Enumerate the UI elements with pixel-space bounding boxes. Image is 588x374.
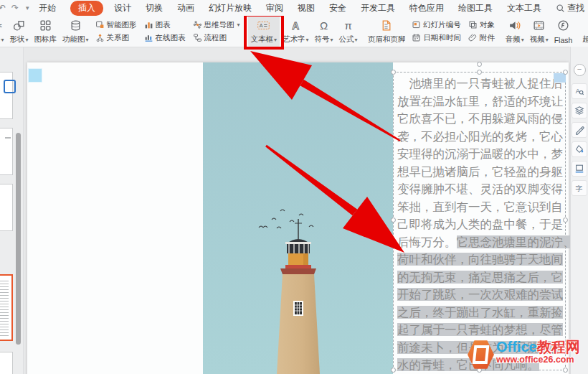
icon-library-button[interactable]: 图标库 bbox=[32, 16, 60, 47]
redo-icon[interactable]: ↷ bbox=[11, 3, 19, 13]
collapse-panel-button[interactable]: − bbox=[574, 64, 586, 76]
dropdown-arrow-icon: ▾ bbox=[1, 37, 4, 43]
button-label: 图标库 bbox=[34, 34, 57, 45]
attachment-button[interactable]: 附件 bbox=[468, 33, 495, 43]
chart-button[interactable]: 图表 bbox=[144, 20, 186, 30]
button-label: 对象 bbox=[480, 20, 495, 30]
slide-thumbnail-2[interactable] bbox=[0, 128, 13, 175]
tab-8[interactable]: 视图 bbox=[298, 2, 315, 14]
object-properties-button[interactable]: A bbox=[572, 83, 587, 99]
slide-number-button[interactable]: 幻灯片编号 bbox=[412, 20, 461, 30]
text-line: 的无拘无束，痛定思痛之后，它 bbox=[397, 268, 565, 286]
resize-handle[interactable] bbox=[563, 70, 568, 75]
tab-4[interactable]: 切换 bbox=[146, 2, 163, 14]
formula-button[interactable]: π公式▾ bbox=[336, 16, 361, 47]
textbox-button[interactable]: A文本框▾ bbox=[248, 16, 280, 47]
function-diagram-button[interactable]: 功能图▾ bbox=[60, 16, 92, 47]
wordart-button[interactable]: A艺术字▾ bbox=[280, 16, 312, 47]
slide-thumbnail-4[interactable] bbox=[0, 274, 13, 341]
tab-10[interactable]: 开发工具 bbox=[361, 2, 395, 14]
symbol-icon: Ω bbox=[320, 19, 328, 32]
screenshot-button[interactable]: ✂屏▾ bbox=[0, 16, 7, 47]
selected-text: 它思念池塘里的泥泞、 bbox=[457, 235, 575, 248]
online-chart-button[interactable]: 在线图表 bbox=[144, 33, 186, 43]
header-footer-icon bbox=[380, 19, 392, 32]
svg-text:A: A bbox=[292, 20, 299, 32]
object-button[interactable]: 对象 bbox=[468, 20, 495, 30]
button-label: 页眉和页脚 bbox=[368, 34, 406, 45]
text-line: 后悔万分。它思念池塘里的泥泞、 bbox=[397, 233, 565, 251]
tab-11[interactable]: 特色应用 bbox=[409, 2, 444, 14]
text-line: 放置在温水缸里，舒适的环境让 bbox=[397, 93, 565, 111]
text-line: 想早已抛诸脑后，它轻盈的身躯 bbox=[397, 163, 565, 181]
tab-3[interactable]: 设计 bbox=[114, 2, 131, 14]
toolbar-stack: 幻灯片编号日期和时间 bbox=[408, 16, 465, 47]
mindmap-button[interactable]: 思维导图▾ bbox=[193, 20, 240, 30]
datetime-button[interactable]: 日期和时间 bbox=[412, 33, 461, 43]
thumbnail-scrollbar[interactable] bbox=[16, 133, 21, 345]
tab-5[interactable]: 动画 bbox=[177, 2, 194, 14]
button-label: 音频▾ bbox=[506, 34, 524, 45]
fill-button[interactable] bbox=[572, 141, 587, 157]
find-button[interactable]: 查找 bbox=[556, 2, 584, 14]
flash-icon bbox=[557, 19, 569, 32]
resize-handle[interactable] bbox=[563, 218, 568, 223]
tab-1[interactable]: 开始 bbox=[39, 2, 56, 14]
hyperlink-button[interactable]: 超链接 bbox=[579, 16, 588, 47]
text-line: 起了属于一只青蛙的梦想，尽管 bbox=[397, 321, 565, 339]
shapes-button[interactable]: 形状▾ bbox=[7, 16, 32, 47]
video-button[interactable]: 视频▾ bbox=[527, 16, 551, 47]
button-label: 视频▾ bbox=[530, 34, 549, 45]
text-box[interactable]: 池塘里的一只青蛙被人捉住后放置在温水缸里，舒适的环境让它欣喜不已，不用躲避风雨的… bbox=[393, 72, 566, 370]
tab-2[interactable]: 插入 bbox=[70, 1, 103, 16]
dropdown-arrow-icon: ▾ bbox=[355, 37, 358, 43]
resize-handle[interactable] bbox=[391, 218, 396, 223]
formula-icon: π bbox=[344, 19, 351, 32]
button-label: 在线图表 bbox=[156, 33, 186, 43]
text-line: 变得臃肿不堪、灵活的双脚变得 bbox=[397, 180, 565, 198]
toolbar-stack: 思维导图▾流程图 bbox=[189, 16, 244, 47]
text-segment: 安理得的沉溺于温暖的水中，梦 bbox=[397, 147, 563, 160]
text-line: 之后，终于蹦出了水缸，重新捡 bbox=[397, 304, 565, 322]
tab-13[interactable]: 文本工具 bbox=[507, 2, 541, 14]
dropdown-arrow-icon: ▾ bbox=[26, 37, 29, 43]
resize-handle[interactable] bbox=[477, 70, 482, 75]
header-footer-button[interactable]: 页眉和页脚 bbox=[365, 16, 409, 47]
text-tool-button[interactable]: 字 bbox=[572, 180, 587, 196]
svg-text:A: A bbox=[576, 88, 580, 95]
text-segment: 放置在温水缸里，舒适的环境让 bbox=[397, 95, 563, 108]
tab-12[interactable]: 绘图工具 bbox=[458, 2, 493, 14]
tab-6[interactable]: 幻灯片放映 bbox=[209, 2, 252, 14]
button-label: 图表 bbox=[156, 20, 171, 30]
chevron-down-icon[interactable]: ▼ bbox=[24, 5, 30, 11]
online-chart-icon bbox=[144, 33, 153, 42]
slide-thumbnail-1[interactable] bbox=[0, 72, 13, 119]
relation-diagram-icon bbox=[95, 33, 105, 42]
text-line: 开始了跳跃，一次次艰难的尝试 bbox=[397, 286, 565, 304]
flowchart-button[interactable]: 流程图 bbox=[193, 33, 240, 43]
audio-button[interactable]: 音频▾ bbox=[503, 16, 527, 47]
layers-button[interactable] bbox=[572, 103, 587, 118]
pen-button[interactable] bbox=[572, 122, 587, 138]
tab-9[interactable]: 安全 bbox=[329, 2, 346, 14]
slide-thumbnail-5[interactable] bbox=[0, 352, 13, 374]
text-line: 荷叶和伙伴，向往驰骋于天地间 bbox=[397, 251, 565, 268]
button-label: 关系图 bbox=[107, 33, 130, 43]
button-label: 文本框▾ bbox=[251, 34, 278, 45]
button-label: 日期和时间 bbox=[423, 33, 461, 43]
frame-button[interactable] bbox=[572, 161, 587, 177]
resize-handle[interactable] bbox=[391, 368, 396, 373]
symbol-button[interactable]: Ω符号▾ bbox=[312, 16, 336, 47]
text-segment: 它欣喜不已，不用躲避风雨的侵 bbox=[397, 112, 563, 125]
icon-library-icon bbox=[39, 19, 52, 32]
slide-thumbnail-3[interactable] bbox=[0, 184, 13, 231]
smart-graphic-button[interactable]: 智能图形 bbox=[95, 20, 137, 30]
flash-button[interactable]: Flash bbox=[551, 16, 576, 47]
lighthouse-photo[interactable] bbox=[203, 62, 393, 374]
tab-7[interactable]: 审阅 bbox=[266, 2, 283, 14]
resize-handle[interactable] bbox=[391, 70, 396, 75]
button-label: 符号▾ bbox=[315, 34, 333, 45]
undo-icon[interactable]: ↶ bbox=[0, 3, 6, 13]
rotate-handle[interactable] bbox=[477, 62, 482, 67]
relation-diagram-button[interactable]: 关系图 bbox=[95, 33, 137, 43]
